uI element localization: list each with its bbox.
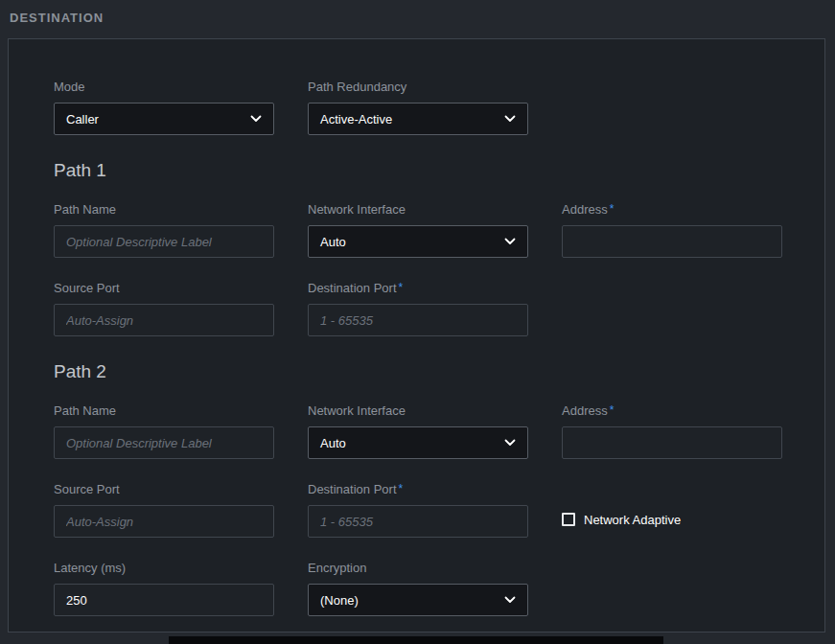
network-adaptive-checkbox-row[interactable]: Network Adaptive	[562, 503, 782, 536]
path1-address-field: Address*	[562, 202, 782, 258]
mode-label: Mode	[54, 80, 274, 94]
chevron-down-icon	[504, 238, 516, 245]
path2-source-port-label: Source Port	[54, 482, 274, 496]
mode-field: Mode Caller	[54, 80, 274, 135]
required-asterisk: *	[399, 281, 404, 294]
path1-network-interface-field: Network Interface Auto	[308, 202, 528, 258]
path1-address-label: Address*	[562, 202, 782, 217]
path2-source-port-input[interactable]	[54, 505, 274, 538]
required-asterisk: *	[610, 403, 615, 417]
path2-destination-port-label: Destination Port*	[308, 482, 528, 496]
path1-destination-port-input[interactable]	[308, 304, 528, 336]
network-adaptive-label: Network Adaptive	[584, 513, 681, 527]
path2-name-input[interactable]	[54, 426, 274, 459]
mode-select[interactable]: Caller	[54, 103, 274, 135]
path2-network-interface-select-value: Auto	[320, 436, 346, 450]
latency-encryption-row: Latency (ms) Encryption (None)	[54, 561, 779, 616]
path2-network-interface-select[interactable]: Auto	[308, 426, 528, 459]
path2-destination-port-field: Destination Port*	[308, 482, 528, 538]
path1-name-input[interactable]	[54, 225, 274, 258]
path1-heading: Path 1	[54, 160, 779, 181]
path2-address-label-text: Address	[562, 403, 608, 418]
path2-address-field: Address*	[562, 403, 782, 459]
path1-address-input[interactable]	[562, 225, 782, 258]
chevron-down-icon	[504, 439, 516, 447]
required-asterisk: *	[610, 202, 615, 216]
path1-source-port-input[interactable]	[54, 304, 274, 336]
encryption-label: Encryption	[308, 561, 528, 575]
path1-destination-port-label-text: Destination Port	[308, 281, 397, 295]
path1-network-interface-select[interactable]: Auto	[308, 225, 528, 258]
path1-source-port-label: Source Port	[54, 281, 274, 295]
path1-address-label-text: Address	[562, 202, 608, 217]
encryption-field: Encryption (None)	[308, 561, 528, 616]
chevron-down-icon	[250, 115, 262, 123]
mode-select-value: Caller	[66, 112, 99, 126]
path2-name-field: Path Name	[54, 403, 274, 459]
required-asterisk: *	[399, 482, 404, 495]
path-redundancy-select-value: Active-Active	[320, 112, 392, 126]
chevron-down-icon	[504, 596, 516, 604]
path1-source-port-field: Source Port	[54, 281, 274, 336]
path1-network-interface-select-value: Auto	[320, 235, 346, 249]
path2-destination-port-label-text: Destination Port	[308, 482, 397, 496]
path2-destination-port-input[interactable]	[308, 505, 528, 538]
encryption-select-value: (None)	[320, 593, 359, 608]
path-redundancy-select[interactable]: Active-Active	[308, 103, 528, 135]
path1-name-label: Path Name	[54, 202, 274, 217]
latency-label: Latency (ms)	[54, 561, 274, 575]
destination-panel: Mode Caller Path Redundancy Active-Activ…	[8, 38, 825, 632]
path2-heading: Path 2	[54, 361, 779, 382]
path2-network-interface-label: Network Interface	[308, 403, 528, 418]
path2-network-interface-field: Network Interface Auto	[308, 403, 528, 459]
destination-section-title: DESTINATION	[10, 11, 104, 25]
mode-row: Mode Caller Path Redundancy Active-Activ…	[54, 80, 779, 135]
chevron-down-icon	[504, 115, 516, 123]
path1-destination-port-label: Destination Port*	[308, 281, 528, 295]
path1-destination-port-field: Destination Port*	[308, 281, 528, 336]
latency-input[interactable]	[54, 584, 274, 616]
path1-row1: Path Name Network Interface Auto Address…	[54, 202, 779, 258]
path2-name-label: Path Name	[54, 403, 274, 418]
path1-row2: Source Port Destination Port*	[54, 281, 779, 336]
path2-address-input[interactable]	[562, 426, 782, 459]
path1-network-interface-label: Network Interface	[308, 202, 528, 217]
path2-row1: Path Name Network Interface Auto Address…	[54, 403, 779, 459]
network-adaptive-checkbox[interactable]	[562, 513, 575, 526]
path1-name-field: Path Name	[54, 202, 274, 258]
path2-source-port-field: Source Port	[54, 482, 274, 538]
latency-field: Latency (ms)	[54, 561, 274, 616]
path-redundancy-field: Path Redundancy Active-Active	[308, 80, 528, 135]
path2-row2: Source Port Destination Port* Network Ad…	[54, 482, 779, 538]
encryption-select[interactable]: (None)	[308, 584, 528, 616]
path2-address-label: Address*	[562, 403, 782, 418]
bottom-bar	[169, 636, 663, 644]
path-redundancy-label: Path Redundancy	[308, 80, 528, 94]
